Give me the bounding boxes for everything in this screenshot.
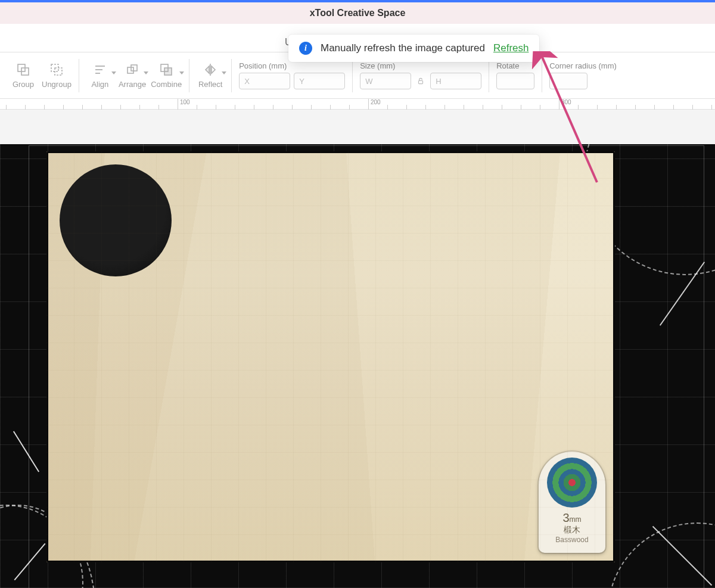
align-label: Align [91,80,108,89]
reflect-icon [203,62,218,77]
corner-radius-input[interactable] [549,73,587,89]
svg-rect-3 [55,68,62,75]
separator [79,59,79,92]
cutout-circle [60,164,172,276]
combine-label: Combine [151,80,182,89]
chevron-down-icon [179,71,184,74]
camera-view[interactable]: 3mm 椴木 Basswood [0,144,715,588]
horizontal-ruler: 100200300 [0,99,715,110]
ungroup-icon [49,62,64,77]
refresh-popup: i Manually refresh the image captured Re… [288,35,539,62]
separator [352,59,353,92]
svg-rect-7 [128,67,133,73]
app-title: xTool Creative Space [310,8,406,18]
position-x-input[interactable] [239,73,290,89]
reflect-button[interactable]: Reflect [197,62,224,89]
align-button[interactable]: Align [86,62,114,89]
separator [542,59,542,92]
ruler-tick-label: 200 [371,99,381,105]
separator [489,59,489,92]
position-label: Position (mm) [239,61,345,70]
refresh-link[interactable]: Refresh [493,42,529,54]
corner-radius-group: Corner radius (mm) [545,52,621,98]
position-y-input[interactable] [294,73,345,89]
arrange-button[interactable]: Arrange [119,62,146,89]
rotate-input[interactable] [496,73,534,89]
separator [231,59,232,92]
ungroup-label: Ungroup [42,80,72,89]
chevron-down-icon [222,71,226,74]
ungroup-button[interactable]: Ungroup [42,62,72,89]
group-icon [15,62,31,77]
reflect-label: Reflect [198,80,222,89]
rotate-label: Rotate [496,61,534,70]
window-titlebar: xTool Creative Space [0,0,715,24]
info-icon: i [299,42,312,55]
chevron-down-icon [111,71,116,74]
arrange-icon [125,62,140,77]
material-sticker: 3mm 椴木 Basswood [539,452,605,553]
lock-aspect-icon[interactable] [415,75,427,87]
combine-icon [158,62,174,77]
arrange-label: Arrange [119,80,146,89]
chevron-down-icon [144,71,148,74]
target-rings-icon [547,458,597,508]
size-w-input[interactable] [360,73,411,89]
align-icon [92,62,108,77]
combine-button[interactable]: Combine [151,62,182,89]
separator [189,59,189,92]
svg-rect-10 [164,68,172,75]
corner-radius-label: Corner radius (mm) [549,61,617,70]
sticker-thickness: 3mm [562,511,581,525]
sticker-name-en: Basswood [555,536,588,544]
canvas-zone: 3mm 椴木 Basswood [0,110,715,588]
svg-rect-8 [131,65,137,71]
sticker-name-cn: 椴木 [564,525,580,536]
popup-message: Manually refresh the image captured [321,42,485,54]
material-board: 3mm 椴木 Basswood [46,151,615,562]
svg-rect-12 [419,80,423,83]
ruler-tick-label: 300 [561,99,571,105]
ruler-tick-label: 100 [180,99,190,105]
size-h-input[interactable] [430,73,481,89]
group-button[interactable]: Group [10,62,37,89]
group-label: Group [13,80,34,89]
size-label: Size (mm) [360,61,481,70]
